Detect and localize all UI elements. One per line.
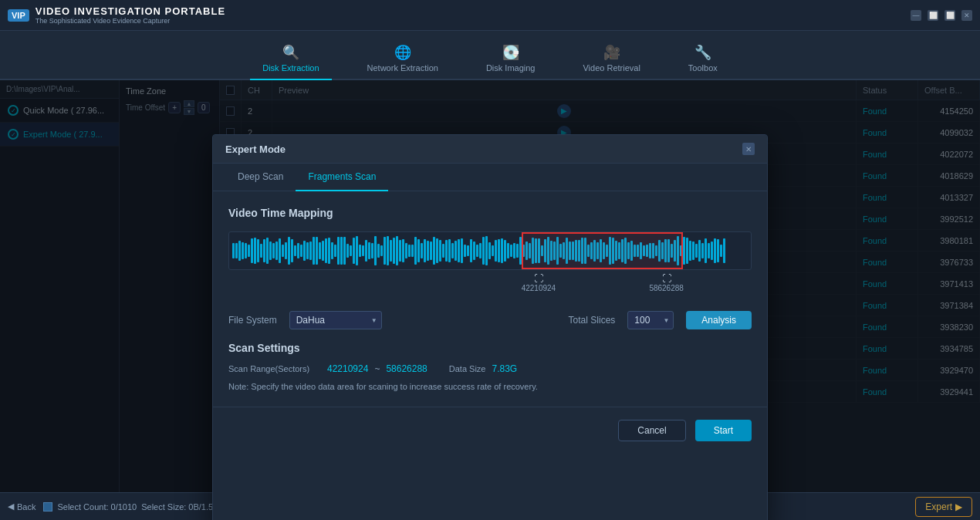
nav-item-disk-imaging[interactable]: 💽 Disk Imaging	[474, 37, 548, 80]
title-bar: VIP VIDEO INVESTIGATION PORTABLE The Sop…	[0, 0, 980, 31]
cancel-button[interactable]: Cancel	[618, 420, 685, 441]
window-controls[interactable]: — ⬜ ⬜ ✕	[911, 10, 972, 21]
scan-range-end: 58626288	[386, 363, 427, 374]
toolbox-icon: 🔧	[692, 43, 714, 62]
app-logo: VIP VIDEO INVESTIGATION PORTABLE The Sop…	[8, 5, 225, 25]
nav-item-video-retrieval[interactable]: 🎥 Video Retrieval	[570, 37, 652, 80]
minimize-button[interactable]: —	[911, 10, 921, 21]
modal-overlay: Expert Mode ✕ Deep Scan Fragments Scan V…	[0, 80, 980, 492]
left-marker-handle[interactable]: ⛶	[534, 273, 543, 284]
left-marker-value: 42210924	[522, 284, 556, 292]
modal-header: Expert Mode ✕	[213, 135, 767, 164]
nav-label-toolbox: Toolbox	[688, 63, 718, 73]
modal-footer: Cancel Start	[213, 407, 767, 454]
modal-tabs: Deep Scan Fragments Scan	[213, 164, 767, 191]
nav-label-network-extraction: Network Extraction	[367, 63, 438, 73]
nav-label-disk-extraction: Disk Extraction	[262, 63, 319, 73]
nav-label-disk-imaging: Disk Imaging	[486, 63, 536, 73]
maximize-button[interactable]: ⬜	[945, 10, 955, 21]
back-button[interactable]: ◀ Back	[8, 501, 35, 512]
filesystem-select-wrap: DaHua Hikvision Auto ▼	[289, 311, 382, 329]
network-extraction-icon: 🌐	[392, 43, 414, 62]
analysis-button[interactable]: Analysis	[686, 311, 752, 329]
filesystem-select[interactable]: DaHua Hikvision Auto	[289, 311, 382, 329]
select-count: Select Count: 0/1010	[57, 502, 137, 512]
scan-range-start: 42210924	[327, 363, 368, 374]
slices-select-wrap: 100 200 50 ▼	[627, 311, 674, 329]
logo-badge: VIP	[8, 9, 29, 22]
scan-range-row: Scan Range(Sectors) 42210924 ~ 58626288 …	[228, 363, 752, 374]
expert-button[interactable]: Expert ▶	[915, 497, 972, 517]
expert-arrow-icon: ▶	[955, 501, 962, 512]
nav-item-network-extraction[interactable]: 🌐 Network Extraction	[355, 37, 451, 80]
filesystem-label: File System	[228, 315, 277, 326]
nav-label-video-retrieval: Video Retrieval	[583, 63, 640, 73]
start-button[interactable]: Start	[695, 420, 752, 441]
back-label: Back	[17, 502, 35, 512]
timeline-bar[interactable]	[228, 231, 752, 270]
nav-bar: 🔍 Disk Extraction 🌐 Network Extraction 💽…	[0, 31, 980, 80]
slices-select[interactable]: 100 200 50	[627, 311, 674, 329]
app-title-group: VIDEO INVESTIGATION PORTABLE The Sophist…	[35, 5, 225, 25]
nav-item-toolbox[interactable]: 🔧 Toolbox	[676, 37, 730, 80]
expert-label: Expert	[925, 501, 952, 512]
right-marker-handle[interactable]: ⛶	[662, 273, 671, 284]
modal-title: Expert Mode	[225, 144, 286, 155]
data-size-label: Data Size	[449, 364, 486, 373]
scan-range-sep: ~	[374, 363, 380, 374]
timeline-markers: ⛶ 42210924 ⛶ 58626288	[228, 270, 752, 295]
back-arrow-icon: ◀	[8, 501, 14, 512]
expert-mode-modal: Expert Mode ✕ Deep Scan Fragments Scan V…	[212, 134, 768, 520]
scan-note: Note: Specify the video data area for sc…	[228, 382, 752, 391]
timeline-container: ⛶ 42210924 ⛶ 58626288	[228, 231, 752, 295]
restore-button[interactable]: ⬜	[928, 10, 938, 21]
select-info: Select Count: 0/1010 Select Size: 0B/1.5…	[43, 502, 224, 512]
app-subtitle: The Sophisticated Video Evidence Capture…	[35, 17, 225, 25]
select-all-checkbox[interactable]	[43, 502, 52, 512]
scan-range-label: Scan Range(Sectors)	[228, 364, 321, 373]
disk-imaging-icon: 💽	[500, 43, 522, 62]
video-retrieval-icon: 🎥	[601, 43, 623, 62]
modal-close-button[interactable]: ✕	[742, 143, 755, 155]
filesystem-row: File System DaHua Hikvision Auto ▼ Total…	[228, 311, 752, 329]
scan-settings-title: Scan Settings	[228, 342, 752, 354]
app-title: VIDEO INVESTIGATION PORTABLE	[35, 5, 225, 17]
main-content-area: D:\Images\VIP\Anal... ✓ Quick Mode ( 27.…	[0, 80, 980, 492]
right-marker-value: 58626288	[649, 284, 684, 292]
video-time-mapping-title: Video Time Mapping	[228, 207, 752, 219]
close-button[interactable]: ✕	[961, 10, 972, 21]
disk-extraction-icon: 🔍	[280, 43, 302, 62]
tab-deep-scan[interactable]: Deep Scan	[225, 164, 296, 191]
total-slices-label: Total Slices	[569, 315, 616, 326]
nav-item-disk-extraction[interactable]: 🔍 Disk Extraction	[250, 37, 331, 80]
data-size-value: 7.83G	[492, 363, 518, 374]
tab-fragments-scan[interactable]: Fragments Scan	[296, 164, 388, 191]
modal-body: Video Time Mapping ⛶ 42210924 ⛶ 58626288	[213, 191, 767, 407]
